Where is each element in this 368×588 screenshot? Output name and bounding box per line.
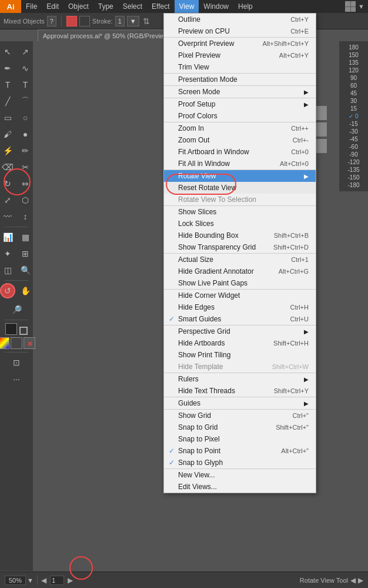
rotate-135[interactable]: 135 xyxy=(339,59,368,67)
status-prev[interactable]: ◀ xyxy=(350,576,356,584)
rotate-neg150[interactable]: -150 xyxy=(339,174,368,181)
eyedropper-tool[interactable]: 🔍 xyxy=(18,263,33,278)
rotate-tool[interactable]: ↻ xyxy=(0,176,15,191)
rect-tool[interactable]: ▭ xyxy=(0,110,15,125)
menu-window[interactable]: Window xyxy=(199,0,233,13)
pen-tool[interactable]: ✒ xyxy=(0,61,15,76)
status-next[interactable]: ▶ xyxy=(358,576,363,584)
artboard-number[interactable] xyxy=(50,576,64,585)
prev-artboard[interactable]: ◀ xyxy=(41,576,46,584)
stroke-value[interactable]: 1 xyxy=(115,16,125,26)
rotate-15[interactable]: 15 xyxy=(339,105,368,112)
menu-hide-edges[interactable]: Hide Edges Ctrl+H xyxy=(164,301,316,313)
reflect-tool[interactable]: ⇔ xyxy=(18,176,33,191)
rotate-neg135[interactable]: -135 xyxy=(339,166,368,174)
menu-show-print-tiling[interactable]: Show Print Tiling xyxy=(164,349,316,361)
menu-snap-to-glyph[interactable]: ✓ Snap to Glyph xyxy=(164,457,316,469)
draw-inside[interactable]: ⊡ xyxy=(9,355,24,370)
rotate-neg90[interactable]: -90 xyxy=(339,151,368,158)
color-mode[interactable] xyxy=(0,337,9,349)
rotate-180[interactable]: 180 xyxy=(339,44,368,51)
rotate-90[interactable]: 90 xyxy=(339,74,368,82)
menu-hide-bounding[interactable]: Hide Bounding Box Shift+Ctrl+B xyxy=(164,230,316,241)
line-tool[interactable]: ╱ xyxy=(0,94,15,109)
warp-tool[interactable]: 〰 xyxy=(0,209,15,224)
menu-preview-cpu[interactable]: Preview on CPU Ctrl+E xyxy=(164,25,316,37)
gradient-mode[interactable] xyxy=(11,337,22,349)
menu-lock-slices[interactable]: Lock Slices xyxy=(164,218,316,230)
menu-actual-size[interactable]: Actual Size Ctrl+1 xyxy=(164,254,316,265)
width-tool[interactable]: ↕ xyxy=(18,209,33,224)
rotate-neg120[interactable]: -120 xyxy=(339,158,368,166)
menu-select[interactable]: Select xyxy=(118,0,147,13)
scissors-tool[interactable]: ✂ xyxy=(18,160,33,175)
menu-edit-views[interactable]: Edit Views... xyxy=(164,481,316,493)
stroke-arrows[interactable]: ⇅ xyxy=(143,16,150,26)
stroke-color[interactable] xyxy=(19,327,28,335)
menu-help[interactable]: Help xyxy=(233,0,257,13)
more-tools[interactable]: ··· xyxy=(9,371,24,387)
menu-show-transparency[interactable]: Show Transparency Grid Shift+Ctrl+D xyxy=(164,241,316,253)
menu-rotate-view[interactable]: Rotate View ▶ xyxy=(164,170,316,182)
menu-snap-to-grid[interactable]: Snap to Grid Shift+Ctrl+" xyxy=(164,421,316,433)
menu-smart-guides[interactable]: ✓ Smart Guides Ctrl+U xyxy=(164,313,316,325)
rotate-120[interactable]: 120 xyxy=(339,67,368,74)
workspace-dropdown[interactable]: ▼ xyxy=(358,3,364,10)
hand-tool[interactable]: ✋ xyxy=(18,283,33,298)
graph-tool[interactable]: 📊 xyxy=(0,230,15,245)
menu-guides[interactable]: Guides ▶ xyxy=(164,397,316,409)
selection-tool[interactable]: ↖ xyxy=(0,44,15,59)
menu-trim[interactable]: Trim View xyxy=(164,61,316,73)
rotate-neg180[interactable]: -180 xyxy=(339,181,368,189)
menu-presentation[interactable]: Presentation Mode xyxy=(164,74,316,85)
rotate-150[interactable]: 150 xyxy=(339,51,368,59)
zoom-tool[interactable]: 🔎 xyxy=(9,302,24,317)
menu-proof-colors[interactable]: Proof Colors xyxy=(164,110,316,122)
direct-select-tool[interactable]: ↗ xyxy=(18,44,33,59)
next-artboard[interactable]: ▶ xyxy=(68,576,73,584)
scale-tool[interactable]: ⤢ xyxy=(0,192,15,208)
gradient-tool[interactable]: ◫ xyxy=(0,263,15,278)
rotate-60[interactable]: 60 xyxy=(339,82,368,89)
menu-rulers[interactable]: Rulers ▶ xyxy=(164,373,316,385)
rotate-30[interactable]: 30 xyxy=(339,97,368,105)
menu-hide-corner[interactable]: Hide Corner Widget xyxy=(164,290,316,301)
fill-color[interactable] xyxy=(5,323,17,335)
rotate-view-tool[interactable]: ↺ xyxy=(0,283,15,298)
menu-zoom-in[interactable]: Zoom In Ctrl++ xyxy=(164,122,316,134)
ellipse-tool[interactable]: ○ xyxy=(18,110,33,125)
menu-show-live-paint[interactable]: Show Live Paint Gaps xyxy=(164,277,316,289)
menu-hide-gradient[interactable]: Hide Gradient Annotator Alt+Ctrl+G xyxy=(164,265,316,277)
menu-overprint[interactable]: Overprint Preview Alt+Shift+Ctrl+Y xyxy=(164,38,316,49)
menu-show-slices[interactable]: Show Slices xyxy=(164,206,316,218)
mode-indicator[interactable]: ? xyxy=(47,16,56,26)
menu-perspective-grid[interactable]: Perspective Grid ▶ xyxy=(164,325,316,337)
color-indicator[interactable] xyxy=(66,16,77,26)
type-tool[interactable]: T xyxy=(0,77,15,92)
menu-pixel[interactable]: Pixel Preview Alt+Ctrl+Y xyxy=(164,49,316,61)
menu-type[interactable]: Type xyxy=(93,0,118,13)
paintbrush-tool[interactable]: 🖌 xyxy=(0,127,15,142)
touch-type-tool[interactable]: T xyxy=(18,77,33,92)
menu-snap-to-point[interactable]: ✓ Snap to Point Alt+Ctrl+" xyxy=(164,445,316,457)
menu-hide-artboards[interactable]: Hide Artboards Shift+Ctrl+H xyxy=(164,337,316,349)
menu-snap-to-pixel[interactable]: Snap to Pixel xyxy=(164,433,316,445)
menu-edit[interactable]: Edit xyxy=(42,0,63,13)
menu-new-view[interactable]: New View... xyxy=(164,469,316,481)
menu-fit-all[interactable]: Fit All in Window Alt+Ctrl+0 xyxy=(164,158,316,170)
menu-proof-setup[interactable]: Proof Setup ▶ xyxy=(164,98,316,110)
stroke-indicator[interactable] xyxy=(79,16,90,26)
blob-brush-tool[interactable]: ● xyxy=(18,127,33,142)
menu-effect[interactable]: Effect xyxy=(147,0,174,13)
shear-tool[interactable]: ⬡ xyxy=(18,192,33,208)
arc-tool[interactable]: ⌒ xyxy=(18,94,33,109)
mesh-tool[interactable]: ⊞ xyxy=(18,246,33,261)
workspace-switcher[interactable] xyxy=(345,1,356,12)
shaper-tool[interactable]: ⚡ xyxy=(0,143,15,158)
menu-screen-mode[interactable]: Screen Mode ▶ xyxy=(164,86,316,98)
stroke-unit[interactable]: ▼ xyxy=(127,16,139,26)
rotate-0[interactable]: ✓ 0 xyxy=(339,112,368,120)
rotate-neg15[interactable]: -15 xyxy=(339,120,368,128)
rotate-neg45[interactable]: -45 xyxy=(339,135,368,143)
rotate-neg30[interactable]: -30 xyxy=(339,128,368,135)
